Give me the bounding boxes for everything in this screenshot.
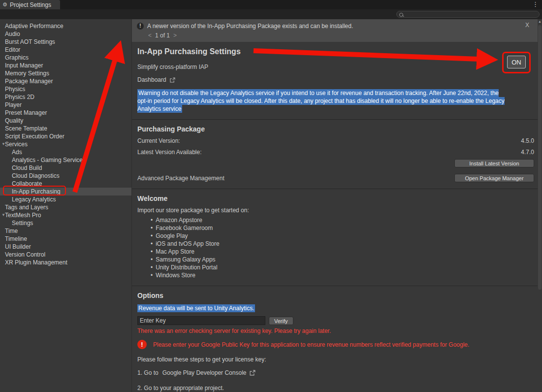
sidebar-item-script-execution-order[interactable]: Script Execution Order: [0, 132, 131, 140]
search-input[interactable]: [405, 11, 537, 17]
sidebar-item-version-control[interactable]: Version Control: [0, 251, 131, 259]
sidebar-item-analytics-gaming-services[interactable]: Analytics - Gaming Services: [0, 156, 131, 164]
sidebar-item-label: Ads: [12, 149, 22, 156]
store-list-item: •Google Play: [151, 232, 534, 240]
store-name: Amazon Appstore: [156, 217, 202, 224]
sidebar-item-label: Settings: [12, 220, 33, 227]
store-name: Unity Distribution Portal: [156, 264, 217, 271]
dashboard-link[interactable]: Dashboard: [137, 76, 534, 83]
sidebar-item-time[interactable]: Time: [0, 227, 131, 235]
search-box[interactable]: [396, 11, 540, 18]
bullet-icon: •: [151, 256, 153, 263]
pager-prev-button[interactable]: <: [148, 32, 152, 39]
sidebar-item-memory-settings[interactable]: Memory Settings: [0, 69, 131, 77]
store-list-item: •Samsung Galaxy Apps: [151, 256, 534, 263]
external-link-icon[interactable]: [249, 369, 256, 376]
sidebar-item-timeline[interactable]: Timeline: [0, 235, 131, 243]
sidebar-item-label: Physics: [5, 86, 25, 93]
analytics-note: Revenue data will be sent to Unity Analy…: [137, 304, 534, 312]
sidebar-item-xr-plugin-management[interactable]: XR Plugin Management: [0, 259, 131, 266]
sidebar-item-cloud-diagnostics[interactable]: Cloud Diagnostics: [0, 172, 131, 180]
kebab-menu-icon[interactable]: ⋮: [532, 1, 539, 7]
sidebar-item-graphics[interactable]: Graphics: [0, 54, 131, 62]
sidebar-item-player[interactable]: Player: [0, 101, 131, 109]
open-package-manager-button[interactable]: Open Package Manager: [454, 174, 534, 182]
sidebar-item-preset-manager[interactable]: Preset Manager: [0, 109, 131, 117]
info-icon: !: [137, 23, 144, 30]
server-error-text: There was an error checking server for e…: [137, 327, 534, 334]
section-divider: [132, 119, 538, 120]
sidebar-item-ads[interactable]: Ads: [0, 148, 131, 156]
store-name: iOS and tvOS App Store: [156, 240, 219, 247]
settings-content: In-App Purchasing Settings Simplify cros…: [132, 47, 538, 392]
sidebar-item-label: Player: [5, 101, 22, 108]
sidebar-item-ui-builder[interactable]: UI Builder: [0, 243, 131, 251]
sidebar-item-cloud-build[interactable]: Cloud Build: [0, 164, 131, 172]
sidebar-item-legacy-analytics[interactable]: Legacy Analytics: [0, 196, 131, 203]
main-panel: ! A newer version of the In-App Purchasi…: [131, 19, 542, 392]
simplify-iap-label: Simplify cross-platform IAP: [137, 64, 534, 70]
sidebar-item-label: Physics 2D: [5, 94, 34, 100]
sidebar-item-package-manager[interactable]: Package Manager: [0, 77, 131, 85]
scroll-up-icon[interactable]: ▲: [538, 20, 542, 23]
sidebar-item-physics[interactable]: Physics: [0, 85, 131, 93]
bullet-icon: •: [151, 264, 153, 271]
sidebar-item-collaborate[interactable]: Collaborate: [0, 180, 131, 188]
vertical-scrollbar[interactable]: ▲: [538, 19, 542, 392]
verify-button[interactable]: Verify: [269, 317, 293, 325]
pager-next-button[interactable]: >: [173, 32, 177, 39]
sidebar-item-audio[interactable]: Audio: [0, 30, 131, 38]
sidebar-item-in-app-purchasing[interactable]: In-App Purchasing: [0, 188, 131, 196]
license-key-input[interactable]: [137, 316, 265, 325]
sidebar-item-scene-template[interactable]: Scene Template: [0, 125, 131, 132]
latest-version-row: Latest Version Available: 4.7.0: [137, 149, 534, 156]
bullet-icon: •: [151, 225, 153, 231]
sidebar-item-editor[interactable]: Editor: [0, 46, 131, 54]
latest-version-value: 4.7.0: [521, 149, 534, 156]
sidebar-item-adaptive-performance[interactable]: Adaptive Performance: [0, 22, 131, 30]
sidebar-item-services[interactable]: ▼Services: [0, 140, 131, 148]
latest-version-label: Latest Version Available:: [137, 149, 202, 156]
step-1-prefix: 1. Go to: [137, 369, 159, 376]
sidebar-item-label: Tags and Layers: [5, 204, 48, 211]
google-key-error-row: ! Please enter your Google Public Key fo…: [137, 340, 534, 349]
install-latest-version-button[interactable]: Install Latest Version: [454, 159, 534, 167]
sidebar-item-label: Package Manager: [5, 78, 53, 85]
welcome-intro: Import our store package to get started …: [137, 207, 534, 214]
section-divider: [132, 286, 538, 286]
sidebar-item-input-manager[interactable]: Input Manager: [0, 62, 131, 69]
sidebar-item-label: Cloud Diagnostics: [12, 172, 60, 179]
store-name: Samsung Galaxy Apps: [156, 256, 215, 263]
sidebar-item-physics-2d[interactable]: Physics 2D: [0, 93, 131, 101]
google-play-console-link[interactable]: Google Play Developer Console: [162, 369, 247, 376]
sidebar-item-tags-and-layers[interactable]: Tags and Layers: [0, 203, 131, 211]
dashboard-link-label: Dashboard: [137, 76, 166, 83]
notification-pager: < 1 of 1 >: [148, 32, 533, 39]
page-title: In-App Purchasing Settings: [137, 47, 534, 56]
purchasing-package-heading: Purchasing Package: [137, 125, 534, 133]
tab-project-settings[interactable]: ⚙ Project Settings: [0, 0, 60, 9]
sidebar-item-label: Timeline: [5, 235, 27, 242]
sidebar-item-textmesh-pro[interactable]: ▼TextMesh Pro: [0, 211, 131, 219]
sidebar-item-label: Cloud Build: [12, 164, 42, 171]
store-list-item: •Unity Distribution Portal: [151, 263, 534, 271]
sidebar-item-burst-aot-settings[interactable]: Burst AOT Settings: [0, 38, 131, 46]
foldout-open-icon[interactable]: ▼: [1, 212, 5, 219]
sidebar-item-label: Version Control: [5, 251, 45, 258]
sidebar-item-quality[interactable]: Quality: [0, 117, 131, 125]
sidebar-item-label: Scene Template: [5, 125, 47, 132]
foldout-open-icon[interactable]: ▼: [1, 141, 5, 148]
iap-toggle-on-button[interactable]: ON: [507, 56, 526, 68]
bullet-icon: •: [151, 272, 153, 279]
sidebar-item-label: TextMesh Pro: [5, 212, 41, 219]
sidebar-item-label: Audio: [5, 31, 20, 37]
unity-project-settings-window: ⚙ Project Settings ⋮ Adaptive Performanc…: [0, 0, 542, 392]
settings-sidebar: Adaptive PerformanceAudioBurst AOT Setti…: [0, 19, 131, 392]
sidebar-item-label: Quality: [5, 117, 23, 124]
close-icon[interactable]: X: [525, 22, 529, 29]
store-list-item: •iOS and tvOS App Store: [151, 240, 534, 248]
sidebar-item-label: Graphics: [5, 54, 29, 61]
sidebar-item-label: Input Manager: [5, 62, 43, 69]
sidebar-item-settings[interactable]: Settings: [0, 219, 131, 227]
scrollbar-thumb[interactable]: [538, 25, 542, 290]
